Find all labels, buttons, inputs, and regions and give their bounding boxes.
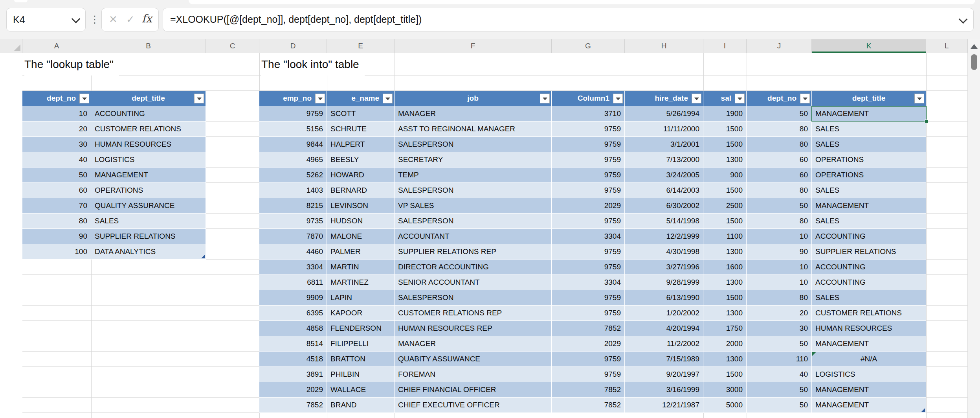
column-header-I[interactable]: I: [703, 39, 747, 53]
cell-J8[interactable]: 60: [747, 168, 812, 183]
cell-F15[interactable]: SENIOR ACCOUNTANT: [395, 275, 552, 290]
cell-E5[interactable]: SCHRUTE: [327, 122, 395, 137]
cell-H20[interactable]: 7/15/1989: [625, 352, 703, 367]
chevron-down-icon[interactable]: [72, 15, 81, 24]
cell-B10[interactable]: QUALITY ASSURANCE: [91, 198, 206, 214]
scroll-up-icon[interactable]: [971, 44, 978, 49]
cell-G7[interactable]: 9759: [552, 152, 625, 168]
cell-G16[interactable]: 9759: [552, 290, 625, 306]
cell-I21[interactable]: 1500: [703, 367, 747, 382]
cell-J12[interactable]: 10: [747, 229, 812, 244]
column-header-H[interactable]: H: [625, 39, 703, 53]
cell-F5[interactable]: ASST TO REGINONAL MANAGER: [395, 122, 552, 137]
cell-G6[interactable]: 9759: [552, 137, 625, 152]
cell-B6[interactable]: HUMAN RESOURCES: [91, 137, 206, 152]
look-into-header-job[interactable]: job: [395, 91, 552, 106]
lookup-header-dept_no[interactable]: dept_no: [22, 91, 91, 106]
cell-H10[interactable]: 6/30/2002: [625, 198, 703, 214]
cell-G18[interactable]: 7852: [552, 321, 625, 336]
column-header-G[interactable]: G: [552, 39, 625, 53]
look-into-header-dept_title[interactable]: dept_title: [812, 91, 926, 106]
lookup-header-dept_title[interactable]: dept_title: [91, 91, 206, 106]
cell-B4[interactable]: ACCOUNTING: [91, 106, 206, 122]
cell-G20[interactable]: 9759: [552, 352, 625, 367]
cell-D23[interactable]: 7852: [259, 398, 327, 413]
cell-J9[interactable]: 80: [747, 183, 812, 198]
cell-A11[interactable]: 80: [22, 214, 91, 229]
insert-function-icon[interactable]: fx: [142, 8, 152, 29]
cell-H12[interactable]: 12/2/1999: [625, 229, 703, 244]
look-into-header-sal[interactable]: sal: [703, 91, 747, 106]
cell-D17[interactable]: 6395: [259, 306, 327, 321]
cell-J22[interactable]: 50: [747, 382, 812, 398]
cell-J18[interactable]: 30: [747, 321, 812, 336]
cell-D5[interactable]: 5156: [259, 122, 327, 137]
cell-E8[interactable]: HOWARD: [327, 168, 395, 183]
cell-E23[interactable]: BRAND: [327, 398, 395, 413]
table-resize-handle[interactable]: [921, 408, 925, 412]
cell-E18[interactable]: FLENDERSON: [327, 321, 395, 336]
select-all-button[interactable]: [0, 39, 22, 53]
cell-D9[interactable]: 1403: [259, 183, 327, 198]
cell-I15[interactable]: 1300: [703, 275, 747, 290]
cell-H18[interactable]: 4/20/1994: [625, 321, 703, 336]
cell-K18[interactable]: HUMAN RESOURCES: [812, 321, 926, 336]
cell-G10[interactable]: 2029: [552, 198, 625, 214]
cell-J20[interactable]: 110: [747, 352, 812, 367]
cell-D20[interactable]: 4518: [259, 352, 327, 367]
cell-D13[interactable]: 4460: [259, 244, 327, 260]
cell-K19[interactable]: MANAGEMENT: [812, 336, 926, 352]
cell-J14[interactable]: 10: [747, 260, 812, 275]
cell-K20[interactable]: #N/A: [812, 352, 926, 367]
cell-F12[interactable]: ACCOUNTANT: [395, 229, 552, 244]
column-header-L[interactable]: L: [926, 39, 967, 53]
cell-G11[interactable]: 9759: [552, 214, 625, 229]
cell-G12[interactable]: 3304: [552, 229, 625, 244]
column-header-E[interactable]: E: [327, 39, 395, 53]
cell-F18[interactable]: HUMAN RESOURCES REP: [395, 321, 552, 336]
cell-F14[interactable]: DIRECTOR ACCOUNTING: [395, 260, 552, 275]
filter-button[interactable]: [194, 94, 204, 103]
cell-E11[interactable]: HUDSON: [327, 214, 395, 229]
cell-E7[interactable]: BEESLY: [327, 152, 395, 168]
cell-J21[interactable]: 40: [747, 367, 812, 382]
cell-J10[interactable]: 50: [747, 198, 812, 214]
cell-I17[interactable]: 1300: [703, 306, 747, 321]
cell-G21[interactable]: 9759: [552, 367, 625, 382]
cell-F20[interactable]: QUABITY ASSUWANCE: [395, 352, 552, 367]
cell-E13[interactable]: PALMER: [327, 244, 395, 260]
cell-A10[interactable]: 70: [22, 198, 91, 214]
fill-handle[interactable]: [925, 120, 928, 123]
lookup-table-title[interactable]: The "lookup table": [24, 53, 119, 75]
cell-G9[interactable]: 9759: [552, 183, 625, 198]
cell-J13[interactable]: 90: [747, 244, 812, 260]
cell-I22[interactable]: 3000: [703, 382, 747, 398]
cell-B8[interactable]: MANAGEMENT: [91, 168, 206, 183]
cell-D12[interactable]: 7870: [259, 229, 327, 244]
column-header-F[interactable]: F: [395, 39, 552, 53]
cell-E10[interactable]: LEVINSON: [327, 198, 395, 214]
cell-H15[interactable]: 9/28/1999: [625, 275, 703, 290]
cell-H14[interactable]: 3/27/1996: [625, 260, 703, 275]
cell-G19[interactable]: 2029: [552, 336, 625, 352]
cell-B12[interactable]: SUPPLIER RELATIONS: [91, 229, 206, 244]
cell-I20[interactable]: 1300: [703, 352, 747, 367]
cell-H7[interactable]: 7/13/2000: [625, 152, 703, 168]
cell-J5[interactable]: 80: [747, 122, 812, 137]
cell-D7[interactable]: 4965: [259, 152, 327, 168]
filter-button[interactable]: [914, 94, 924, 103]
cell-D16[interactable]: 9909: [259, 290, 327, 306]
cell-I10[interactable]: 2500: [703, 198, 747, 214]
cell-H4[interactable]: 5/26/1994: [625, 106, 703, 122]
cell-F19[interactable]: MANAGER: [395, 336, 552, 352]
cell-H22[interactable]: 3/16/1999: [625, 382, 703, 398]
filter-button[interactable]: [613, 94, 623, 103]
cell-J11[interactable]: 80: [747, 214, 812, 229]
more-options-icon[interactable]: ⋮: [90, 8, 97, 31]
cell-E14[interactable]: MARTIN: [327, 260, 395, 275]
cell-F10[interactable]: VP SALES: [395, 198, 552, 214]
filter-button[interactable]: [800, 94, 810, 103]
cell-K22[interactable]: MANAGEMENT: [812, 382, 926, 398]
look-into-header-emp_no[interactable]: emp_no: [259, 91, 327, 106]
cell-I5[interactable]: 1500: [703, 122, 747, 137]
